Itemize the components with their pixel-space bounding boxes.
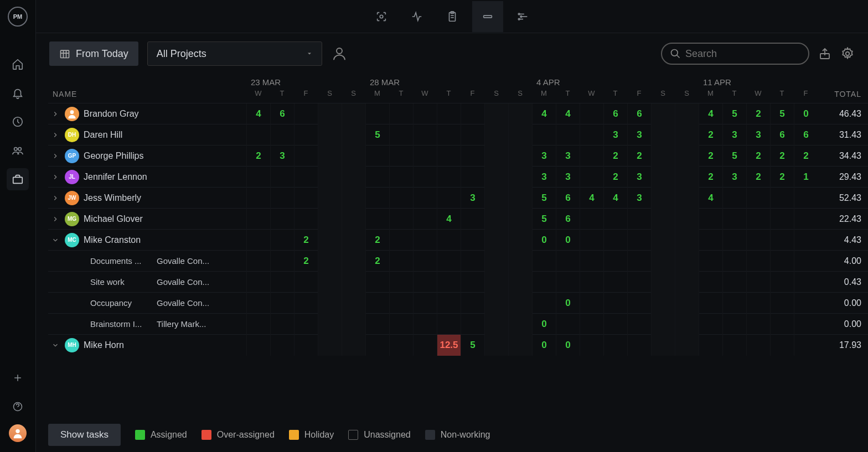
workload-cell[interactable] — [794, 188, 818, 209]
workload-cell[interactable] — [651, 293, 675, 314]
workload-cell[interactable]: 2 — [627, 146, 651, 167]
workload-cell[interactable] — [318, 188, 342, 209]
scan-icon[interactable] — [366, 1, 397, 32]
workload-cell[interactable] — [722, 251, 746, 272]
workload-cell[interactable] — [722, 209, 746, 230]
workload-cell[interactable] — [532, 272, 556, 293]
workload-cell[interactable] — [270, 335, 294, 356]
workload-cell[interactable] — [508, 209, 532, 230]
workload-cell[interactable]: 0 — [794, 103, 818, 124]
workload-cell[interactable]: 12.5 — [437, 335, 461, 356]
briefcase-icon[interactable] — [7, 168, 29, 190]
workload-cell[interactable]: 2 — [294, 251, 318, 272]
workload-cell[interactable] — [461, 251, 484, 272]
workload-cell[interactable] — [508, 314, 532, 335]
workload-cell[interactable] — [389, 146, 413, 167]
workload-cell[interactable] — [580, 314, 603, 335]
workload-cell[interactable] — [270, 124, 294, 146]
workload-cell[interactable]: 3 — [532, 146, 556, 167]
workload-cell[interactable] — [532, 251, 556, 272]
workload-cell[interactable] — [413, 335, 437, 356]
workload-cell[interactable] — [413, 230, 437, 251]
notifications-icon[interactable] — [7, 82, 29, 104]
search-box[interactable] — [661, 43, 809, 65]
workload-cell[interactable] — [389, 335, 413, 356]
workload-cell[interactable] — [770, 272, 794, 293]
workload-cell[interactable] — [627, 293, 651, 314]
workload-cell[interactable]: 2 — [294, 230, 318, 251]
workload-cell[interactable]: 0 — [532, 314, 556, 335]
workload-cell[interactable] — [699, 251, 722, 272]
expand-toggle[interactable] — [51, 236, 60, 244]
workload-cell[interactable] — [246, 230, 270, 251]
workload-cell[interactable]: 3 — [627, 167, 651, 188]
workload-cell[interactable] — [508, 272, 532, 293]
workload-cell[interactable] — [318, 230, 342, 251]
workload-cell[interactable] — [318, 124, 342, 146]
workload-cell[interactable] — [651, 251, 675, 272]
workload-cell[interactable] — [603, 314, 627, 335]
workload-cell[interactable] — [437, 272, 461, 293]
workload-cell[interactable] — [342, 209, 365, 230]
workload-cell[interactable] — [675, 230, 699, 251]
workload-cell[interactable]: 0 — [556, 335, 580, 356]
workload-cell[interactable] — [580, 103, 603, 124]
workload-cell[interactable]: 3 — [532, 167, 556, 188]
expand-toggle[interactable] — [51, 194, 60, 202]
workload-cell[interactable]: 6 — [556, 188, 580, 209]
workload-cell[interactable] — [484, 188, 508, 209]
workload-cell[interactable] — [461, 209, 484, 230]
workload-cell[interactable]: 2 — [603, 146, 627, 167]
workload-cell[interactable] — [318, 293, 342, 314]
workload-cell[interactable] — [627, 314, 651, 335]
workload-cell[interactable] — [413, 272, 437, 293]
workload-cell[interactable] — [675, 124, 699, 146]
workload-cell[interactable] — [461, 293, 484, 314]
workload-cell[interactable] — [484, 167, 508, 188]
workload-cell[interactable] — [318, 251, 342, 272]
workload-cell[interactable] — [413, 293, 437, 314]
workload-cell[interactable] — [722, 230, 746, 251]
workload-cell[interactable] — [556, 124, 580, 146]
workload-cell[interactable]: 1 — [794, 167, 818, 188]
workload-cell[interactable] — [532, 293, 556, 314]
workload-cell[interactable] — [508, 251, 532, 272]
workload-cell[interactable] — [342, 293, 365, 314]
clipboard-icon[interactable] — [437, 1, 468, 32]
workload-cell[interactable]: 2 — [246, 146, 270, 167]
workload-cell[interactable] — [294, 124, 318, 146]
project-filter-select[interactable]: All Projects — [147, 41, 322, 66]
workload-cell[interactable] — [413, 251, 437, 272]
workload-cell[interactable] — [746, 335, 770, 356]
workload-cell[interactable] — [294, 209, 318, 230]
workload-cell[interactable] — [437, 293, 461, 314]
workload-cell[interactable]: 4 — [246, 103, 270, 124]
search-input[interactable] — [685, 48, 814, 60]
workload-cell[interactable]: 3 — [722, 167, 746, 188]
workload-cell[interactable]: 3 — [556, 146, 580, 167]
workload-cell[interactable] — [365, 103, 389, 124]
workload-cell[interactable] — [675, 146, 699, 167]
workload-cell[interactable] — [556, 272, 580, 293]
workload-cell[interactable] — [270, 188, 294, 209]
workload-cell[interactable] — [508, 146, 532, 167]
workload-cell[interactable]: 0 — [532, 230, 556, 251]
workload-cell[interactable]: 6 — [270, 103, 294, 124]
workload-cell[interactable] — [794, 314, 818, 335]
workload-cell[interactable] — [794, 335, 818, 356]
add-icon[interactable] — [7, 367, 29, 389]
workload-cell[interactable]: 2 — [699, 124, 722, 146]
workload-cell[interactable] — [342, 188, 365, 209]
workload-cell[interactable] — [770, 188, 794, 209]
workload-cell[interactable] — [699, 230, 722, 251]
workload-cell[interactable] — [651, 230, 675, 251]
workload-cell[interactable] — [294, 146, 318, 167]
workload-cell[interactable] — [246, 314, 270, 335]
workload-cell[interactable] — [722, 335, 746, 356]
workload-cell[interactable] — [651, 314, 675, 335]
workload-cell[interactable] — [770, 314, 794, 335]
workload-cell[interactable] — [389, 188, 413, 209]
workload-cell[interactable] — [675, 251, 699, 272]
workload-cell[interactable] — [580, 272, 603, 293]
workload-cell[interactable] — [389, 272, 413, 293]
